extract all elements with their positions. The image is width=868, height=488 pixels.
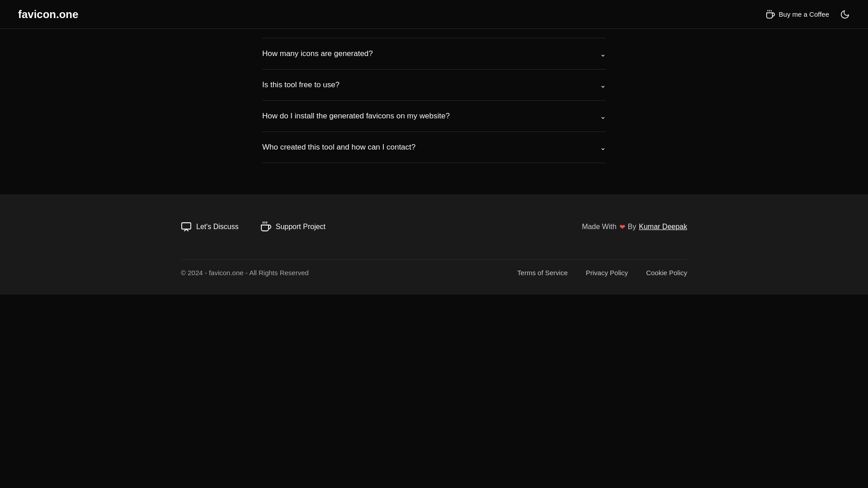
header-right: Buy me a Coffee xyxy=(765,9,850,19)
coffee-icon xyxy=(765,9,775,19)
faq-question-3[interactable]: How do I install the generated favicons … xyxy=(262,101,606,131)
lets-discuss-link[interactable]: Let's Discuss xyxy=(181,221,239,232)
moon-icon xyxy=(840,9,850,19)
footer: Let's Discuss Support Project Made With xyxy=(0,194,868,295)
faq-item-4: Who created this tool and how can I cont… xyxy=(262,132,606,163)
footer-made-with: Made With ❤ By Kumar Deepak xyxy=(582,223,687,231)
terms-of-service-link[interactable]: Terms of Service xyxy=(517,269,568,277)
faq-question-text-4: Who created this tool and how can I cont… xyxy=(262,143,415,152)
discuss-icon xyxy=(181,221,192,232)
support-icon xyxy=(260,221,271,232)
lets-discuss-label: Let's Discuss xyxy=(196,223,239,231)
copyright-text: © 2024 - favicon.one - All Rights Reserv… xyxy=(181,269,309,277)
privacy-policy-label: Privacy Policy xyxy=(586,269,628,277)
footer-bottom: © 2024 - favicon.one - All Rights Reserv… xyxy=(181,259,687,277)
made-with-text: Made With xyxy=(582,223,616,231)
terms-of-service-label: Terms of Service xyxy=(517,269,568,277)
theme-toggle-button[interactable] xyxy=(840,9,850,19)
faq-question-4[interactable]: Who created this tool and how can I cont… xyxy=(262,132,606,163)
footer-inner: Let's Discuss Support Project Made With xyxy=(163,221,705,277)
faq-question-2[interactable]: Is this tool free to use? ⌄ xyxy=(262,70,606,100)
faq-item-2: Is this tool free to use? ⌄ xyxy=(262,70,606,101)
cookie-policy-label: Cookie Policy xyxy=(646,269,687,277)
footer-legal-links: Terms of Service Privacy Policy Cookie P… xyxy=(517,269,687,277)
footer-links-left: Let's Discuss Support Project xyxy=(181,221,326,232)
faq-question-text-1: How many icons are generated? xyxy=(262,49,373,58)
cookie-policy-link[interactable]: Cookie Policy xyxy=(646,269,687,277)
footer-top: Let's Discuss Support Project Made With xyxy=(181,221,687,232)
chevron-down-icon-4: ⌄ xyxy=(600,143,606,152)
faq-question-1[interactable]: How many icons are generated? ⌄ xyxy=(262,38,606,69)
faq-question-text-3: How do I install the generated favicons … xyxy=(262,112,450,121)
faq-container: How many icons are generated? ⌄ Is this … xyxy=(262,29,606,190)
chevron-down-icon-3: ⌄ xyxy=(600,112,606,121)
faq-item-1: How many icons are generated? ⌄ xyxy=(262,38,606,70)
author-name: Kumar Deepak xyxy=(639,223,687,230)
faq-item-3: How do I install the generated favicons … xyxy=(262,101,606,132)
chevron-down-icon-2: ⌄ xyxy=(600,81,606,89)
svg-rect-3 xyxy=(182,223,191,229)
buy-coffee-button[interactable]: Buy me a Coffee xyxy=(765,9,829,19)
buy-coffee-label: Buy me a Coffee xyxy=(779,10,829,18)
logo[interactable]: favicon.one xyxy=(18,8,78,21)
faq-question-text-2: Is this tool free to use? xyxy=(262,80,340,89)
chevron-down-icon-1: ⌄ xyxy=(600,50,606,58)
privacy-policy-link[interactable]: Privacy Policy xyxy=(586,269,628,277)
support-project-link[interactable]: Support Project xyxy=(260,221,326,232)
heart-icon: ❤ xyxy=(619,223,625,231)
author-link[interactable]: Kumar Deepak xyxy=(639,223,687,231)
main-content: How many icons are generated? ⌄ Is this … xyxy=(0,0,868,194)
by-text: By xyxy=(628,223,637,231)
support-project-label: Support Project xyxy=(276,223,326,231)
header: favicon.one Buy me a Coffee xyxy=(0,0,868,29)
